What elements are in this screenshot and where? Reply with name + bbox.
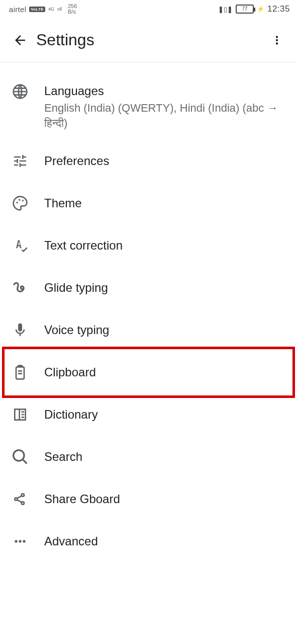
row-title: Text correction bbox=[44, 238, 285, 253]
row-text-correction[interactable]: Text correction bbox=[0, 224, 297, 267]
back-button[interactable] bbox=[8, 28, 32, 52]
row-preferences[interactable]: Preferences bbox=[0, 140, 297, 182]
book-icon bbox=[12, 407, 44, 423]
row-search[interactable]: Search bbox=[0, 436, 297, 478]
row-title: Clipboard bbox=[44, 365, 285, 380]
page-title: Settings bbox=[36, 31, 265, 49]
net-speed: 256 B/s bbox=[68, 4, 77, 15]
row-title: Search bbox=[44, 449, 285, 464]
svg-point-3 bbox=[15, 540, 17, 542]
svg-point-1 bbox=[19, 199, 20, 201]
palette-icon bbox=[12, 195, 44, 211]
net-speed-unit: B/s bbox=[68, 9, 76, 15]
settings-list: Languages English (India) (QWERTY), Hind… bbox=[0, 62, 297, 644]
signal-icon: ııll bbox=[57, 7, 62, 12]
share-icon bbox=[12, 491, 44, 507]
row-title: Advanced bbox=[44, 534, 285, 549]
row-dictionary[interactable]: Dictionary bbox=[0, 393, 297, 436]
app-bar: Settings bbox=[0, 18, 297, 62]
more-vert-icon bbox=[270, 34, 283, 47]
more-horiz-icon bbox=[12, 533, 44, 549]
network-gen: 4G bbox=[48, 7, 54, 12]
svg-point-5 bbox=[23, 540, 25, 542]
volte-badge: VoLTE bbox=[29, 7, 45, 12]
clipboard-icon bbox=[12, 364, 44, 380]
row-share-gboard[interactable]: Share Gboard bbox=[0, 478, 297, 520]
svg-point-2 bbox=[22, 200, 24, 201]
row-text: Languages English (India) (QWERTY), Hind… bbox=[44, 84, 285, 131]
spellcheck-icon bbox=[12, 237, 44, 254]
mic-icon bbox=[12, 322, 44, 338]
tune-icon bbox=[12, 153, 44, 169]
carrier-label: airtel bbox=[9, 5, 26, 14]
charging-icon: ⚡ bbox=[257, 6, 264, 13]
row-title: Languages bbox=[44, 84, 285, 99]
arrow-back-icon bbox=[13, 33, 28, 48]
row-advanced[interactable]: Advanced bbox=[0, 520, 297, 562]
status-left: airtel VoLTE 4G ııll 256 B/s bbox=[9, 4, 77, 15]
row-title: Dictionary bbox=[44, 407, 285, 422]
row-clipboard[interactable]: Clipboard bbox=[0, 351, 297, 393]
row-title: Voice typing bbox=[44, 323, 285, 338]
overflow-menu-button[interactable] bbox=[265, 28, 289, 52]
row-title: Glide typing bbox=[44, 280, 285, 295]
search-icon bbox=[12, 449, 44, 465]
battery-pct: 77 bbox=[242, 7, 247, 12]
svg-point-0 bbox=[16, 202, 18, 203]
status-right: ❚▯❚ 77 ⚡ 12:35 bbox=[218, 4, 290, 14]
row-title: Preferences bbox=[44, 153, 285, 169]
svg-point-4 bbox=[19, 540, 21, 542]
row-title: Share Gboard bbox=[44, 492, 285, 507]
row-title: Theme bbox=[44, 196, 285, 211]
row-theme[interactable]: Theme bbox=[0, 182, 297, 224]
row-glide-typing[interactable]: Glide typing bbox=[0, 267, 297, 309]
row-languages[interactable]: Languages English (India) (QWERTY), Hind… bbox=[0, 74, 297, 140]
battery-icon: 77 bbox=[236, 5, 254, 14]
gesture-icon bbox=[12, 280, 44, 296]
row-subtitle: English (India) (QWERTY), Hindi (India) … bbox=[44, 101, 285, 131]
row-voice-typing[interactable]: Voice typing bbox=[0, 309, 297, 351]
globe-icon bbox=[12, 84, 44, 100]
status-bar: airtel VoLTE 4G ııll 256 B/s ❚▯❚ 77 ⚡ 12… bbox=[0, 0, 297, 18]
clock: 12:35 bbox=[267, 4, 290, 14]
vibrate-icon: ❚▯❚ bbox=[218, 6, 233, 13]
